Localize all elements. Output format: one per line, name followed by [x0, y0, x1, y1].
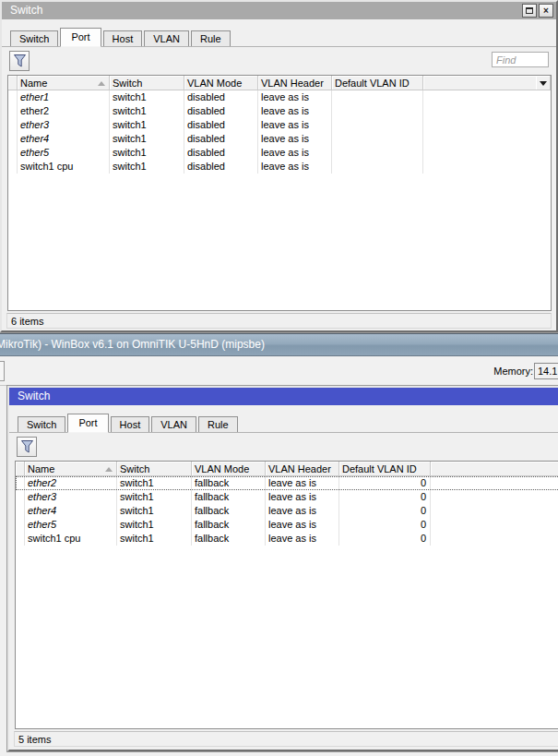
cell-vlan-mode: fallback — [192, 532, 266, 546]
cell-vlan-header: leave as is — [258, 118, 332, 132]
cell-switch: switch1 — [110, 146, 184, 160]
gutter-column-header[interactable] — [16, 462, 25, 476]
column-header-vlan-mode[interactable]: VLAN Mode — [184, 76, 258, 90]
cell-name: switch1 cpu — [25, 532, 117, 546]
tab[interactable]: Switch — [18, 416, 65, 432]
chevron-down-icon — [540, 81, 547, 86]
table-row[interactable]: switch1 cpu switch1 fallback leave as is… — [16, 532, 558, 546]
cell-vlan-header: leave as is — [258, 90, 332, 104]
window-titlebar[interactable]: Switch × — [2, 2, 556, 19]
cell-default-vlan-id: 0 — [339, 504, 431, 518]
maximize-button[interactable] — [522, 4, 537, 18]
cell-name: ether2 — [25, 476, 117, 490]
cell-default-vlan-id — [332, 90, 423, 104]
port-table: Name Switch VLAN Mode VLAN Header Defaul… — [7, 75, 552, 311]
cell-switch: switch1 — [110, 118, 184, 132]
cell-name: ether3 — [18, 118, 110, 132]
tab[interactable]: Port — [60, 28, 101, 47]
cell-switch: switch1 — [110, 104, 184, 118]
window-titlebar[interactable]: Switch — [9, 388, 558, 405]
tab[interactable]: Host — [111, 416, 150, 432]
cell-switch: switch1 — [117, 504, 192, 518]
cell-default-vlan-id: 0 — [339, 518, 431, 532]
item-count: 5 items — [18, 734, 51, 745]
cell-default-vlan-id — [332, 132, 423, 146]
cell-vlan-mode: disabled — [184, 104, 258, 118]
table-row[interactable]: ether2 switch1 fallback leave as is 0 — [16, 476, 558, 490]
cell-name: ether3 — [25, 490, 117, 504]
cell-vlan-mode: disabled — [184, 90, 258, 104]
cell-vlan-mode: disabled — [184, 118, 258, 132]
table-row[interactable]: switch1 cpu switch1 disabled leave as is — [8, 160, 551, 174]
cell-vlan-mode: disabled — [184, 160, 258, 174]
cell-name: ether2 — [18, 104, 110, 118]
cell-vlan-header: leave as is — [258, 104, 332, 118]
close-icon: × — [543, 6, 549, 16]
cell-vlan-header: leave as is — [258, 160, 332, 174]
cell-switch: switch1 — [110, 90, 184, 104]
column-header-name[interactable]: Name — [25, 462, 117, 476]
table-row[interactable]: ether2 switch1 disabled leave as is — [8, 104, 551, 118]
filter-button[interactable] — [17, 437, 37, 457]
winbox-title: MikroTik) - WinBox v6.1 on OmniTIK U-5Hn… — [0, 334, 265, 355]
cell-switch: switch1 — [117, 532, 192, 546]
toolbar-button-fragment[interactable] — [0, 361, 5, 381]
close-button[interactable]: × — [539, 4, 553, 18]
tab[interactable]: Host — [103, 30, 143, 46]
cell-vlan-header: leave as is — [266, 504, 339, 518]
table-row[interactable]: ether1 switch1 disabled leave as is — [8, 90, 551, 104]
memory-label: Memory: — [493, 366, 533, 377]
tab[interactable]: Rule — [191, 30, 231, 46]
table-row[interactable]: ether3 switch1 fallback leave as is 0 — [16, 490, 558, 504]
tab-strip: Switch Port Host VLAN Rule — [2, 27, 556, 47]
port-table: Name Switch VLAN Mode VLAN Header Defaul… — [15, 461, 558, 729]
table-body: ether1 switch1 disabled leave as is ethe… — [8, 90, 551, 174]
column-header-vlan-header[interactable]: VLAN Header — [266, 462, 339, 476]
column-header-switch[interactable]: Switch — [117, 462, 192, 476]
cell-default-vlan-id: 0 — [339, 476, 431, 490]
column-header-vlan-header[interactable]: VLAN Header — [258, 76, 332, 90]
column-header-vlan-mode[interactable]: VLAN Mode — [192, 462, 266, 476]
column-header-name[interactable]: Name — [18, 76, 110, 90]
column-header-default-vlan-id[interactable]: Default VLAN ID — [339, 462, 431, 476]
cell-default-vlan-id — [332, 160, 423, 174]
table-row[interactable]: ether3 switch1 disabled leave as is — [8, 118, 551, 132]
filter-button[interactable] — [9, 51, 30, 71]
cell-name: ether5 — [18, 146, 110, 160]
tab[interactable]: Switch — [10, 30, 58, 46]
funnel-icon — [14, 54, 26, 67]
column-header-switch[interactable]: Switch — [110, 76, 184, 90]
memory-value: 14.1 — [538, 366, 557, 377]
winbox-toolbar: Memory: 14.1 — [0, 357, 558, 386]
column-select-button[interactable] — [536, 76, 551, 90]
tab[interactable]: VLAN — [144, 30, 189, 46]
table-header: Name Switch VLAN Mode VLAN Header Defaul… — [16, 462, 558, 476]
cell-switch: switch1 — [117, 476, 192, 490]
cell-vlan-mode: fallback — [192, 504, 266, 518]
find-input[interactable] — [492, 52, 549, 67]
column-header-filler — [423, 76, 536, 90]
tab[interactable]: Port — [67, 414, 108, 433]
table-row[interactable]: ether5 switch1 disabled leave as is — [8, 146, 551, 160]
toolbar — [9, 433, 558, 461]
gutter-column-header[interactable] — [8, 76, 18, 90]
cell-vlan-mode: disabled — [184, 132, 258, 146]
cell-vlan-mode: fallback — [192, 490, 266, 504]
cell-default-vlan-id: 0 — [339, 532, 431, 546]
table-row[interactable]: ether5 switch1 fallback leave as is 0 — [16, 518, 558, 532]
cell-switch: switch1 — [110, 160, 184, 174]
tab[interactable]: VLAN — [151, 416, 196, 432]
winbox-main-titlebar[interactable]: MikroTik) - WinBox v6.1 on OmniTIK U-5Hn… — [0, 333, 558, 356]
cell-default-vlan-id — [332, 104, 423, 118]
cell-vlan-mode: fallback — [192, 476, 266, 490]
table-body: ether2 switch1 fallback leave as is 0 et… — [16, 476, 558, 546]
cell-default-vlan-id — [332, 118, 423, 132]
column-header-default-vlan-id[interactable]: Default VLAN ID — [332, 76, 423, 90]
cell-vlan-header: leave as is — [258, 132, 332, 146]
tab[interactable]: Rule — [198, 416, 238, 432]
table-row[interactable]: ether4 switch1 disabled leave as is — [8, 132, 551, 146]
table-row[interactable]: ether4 switch1 fallback leave as is 0 — [16, 504, 558, 518]
window-title: Switch — [18, 390, 50, 402]
cell-switch: switch1 — [117, 518, 192, 532]
status-bar: 5 items — [14, 731, 558, 747]
